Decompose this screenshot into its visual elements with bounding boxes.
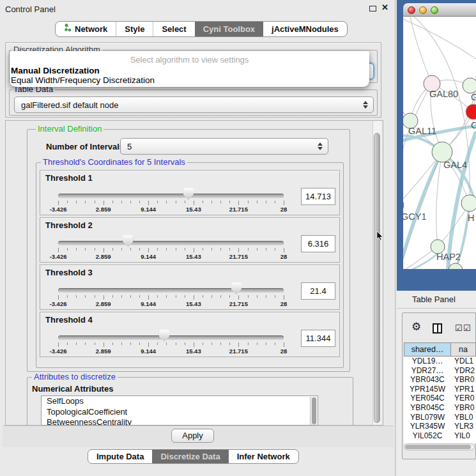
table-horizontal-scrollbar-track[interactable] (404, 443, 475, 450)
checkbox-icon[interactable]: ☑ (463, 323, 471, 333)
table-header-row: shared… na (404, 342, 476, 357)
table-cell[interactable]: YBR045C (404, 403, 451, 413)
tick-mark (257, 248, 257, 250)
table-horizontal-scrollbar-thumb[interactable] (405, 445, 471, 449)
attribute-item[interactable]: TopologicalCoefficient (42, 407, 318, 418)
tick-mark (85, 248, 86, 250)
threshold-3-value-field[interactable]: 21.4 (301, 282, 335, 300)
numerical-attributes-list[interactable]: SelfLoopsTopologicalCoefficientBetweenne… (41, 395, 318, 426)
tick-label: 9.144 (141, 348, 156, 355)
tick-label: -3.426 (50, 206, 67, 213)
gear-icon[interactable]: ⚙ (411, 321, 421, 332)
table-cell[interactable]: YDL1 (451, 357, 476, 366)
tick-mark (157, 201, 158, 203)
threshold-4-slider-handle[interactable] (159, 330, 169, 342)
interval-definition-title: Interval Definition (36, 125, 104, 134)
table-cell[interactable]: YLR3 (451, 422, 476, 431)
network-canvas[interactable]: GAL80GACGAL11GAL4GCY1HHAP2 (403, 17, 476, 269)
attribute-item[interactable]: SelfLoops (42, 396, 318, 407)
threshold-4-slider-track[interactable] (58, 335, 284, 340)
table-cell[interactable]: YDR27… (404, 366, 451, 376)
tab-impute-data[interactable]: Impute Data (88, 450, 152, 463)
threshold-2-slider-handle[interactable] (123, 235, 133, 247)
attribute-item[interactable]: BetweennessCentrality (42, 417, 318, 426)
table-row[interactable]: YDL19…YDL1 (404, 357, 476, 366)
attributes-scrollbar-thumb[interactable] (312, 397, 316, 424)
network-node[interactable] (461, 195, 476, 211)
tick-label: 9.144 (141, 253, 156, 260)
threshold-1-slider-handle[interactable] (183, 188, 194, 200)
table-row[interactable]: YBL079WYBL0 (404, 413, 476, 422)
tick-mark (130, 295, 131, 298)
columns-icon[interactable] (433, 323, 442, 334)
tab-network[interactable]: Network (56, 22, 116, 36)
threshold-4-value-field[interactable]: 11.344 (301, 330, 335, 347)
table-row[interactable]: YPR145WYPR1 (404, 385, 476, 394)
tick-label: 15.43 (186, 253, 201, 260)
threshold-3-slider-track[interactable] (58, 288, 284, 293)
minimize-traffic-light-icon[interactable] (419, 6, 427, 14)
threshold-3-slider-handle[interactable] (231, 282, 242, 295)
checkbox-icon[interactable]: ☑ (455, 323, 463, 333)
table-cell[interactable]: YBR0 (451, 403, 476, 413)
table-cell[interactable]: YER054C (404, 394, 451, 403)
table-cell[interactable]: YDL19… (404, 357, 451, 366)
table-cell[interactable]: YIL0 (451, 431, 476, 441)
threshold-1-slider-track[interactable] (58, 194, 284, 198)
table-cell[interactable]: YBR043C (404, 375, 451, 385)
tab-jactivemnodules[interactable]: jActiveMNodules (263, 22, 347, 36)
table-row[interactable]: YER054CYER0 (404, 394, 476, 403)
number-of-intervals-combobox[interactable]: 5 (120, 138, 328, 155)
float-window-icon[interactable] (369, 6, 376, 12)
table-cell[interactable]: YPR1 (451, 385, 476, 394)
table-row[interactable]: YDR27…YDR2 (404, 366, 476, 376)
attributes-scrollbar-track[interactable] (310, 397, 317, 426)
zoom-traffic-light-icon[interactable] (431, 6, 438, 14)
network-node[interactable] (403, 199, 404, 211)
table-cell[interactable]: YBR0 (451, 375, 476, 385)
tick-label: 9.144 (141, 206, 156, 213)
vertical-scrollbar-thumb[interactable] (374, 133, 380, 423)
table-cell[interactable]: YER0 (451, 394, 476, 403)
tab-infer-network[interactable]: Infer Network (229, 450, 298, 463)
table-cell[interactable]: YDR2 (451, 366, 476, 376)
slider-tick-labels: -3.4262.8599.14415.4321.71528 (58, 300, 284, 308)
tab-discretize-data[interactable]: Discretize Data (152, 450, 228, 463)
table-cell[interactable]: YLR345W (404, 422, 451, 431)
attributes-title: Attributes to discretize (32, 372, 118, 381)
tab-style[interactable]: Style (116, 22, 153, 36)
column-header-shared-name[interactable]: shared… (404, 342, 451, 357)
tick-mark (148, 248, 149, 252)
apply-button[interactable]: Apply (171, 429, 214, 443)
tick-mark (266, 342, 266, 345)
table-cell[interactable]: YBL0 (451, 413, 476, 422)
threshold-1-value-field[interactable]: 14.713 (301, 188, 335, 205)
table-row[interactable]: YIL052CYIL0 (404, 431, 476, 441)
table-row[interactable]: YBR043CYBR0 (404, 375, 476, 385)
table-row[interactable]: YBR045CYBR0 (404, 403, 476, 413)
combo-stepper-icon[interactable] (363, 100, 369, 109)
tick-mark (58, 248, 59, 252)
tab-select[interactable]: Select (153, 22, 194, 36)
tick-mark (95, 295, 95, 298)
close-traffic-light-icon[interactable] (408, 6, 415, 14)
popup-option-manual-discretization[interactable]: Manual Discretization (11, 66, 360, 75)
network-node[interactable] (449, 263, 463, 269)
combo-stepper-icon[interactable] (318, 142, 323, 151)
thresholds-title: Threshold's Coordinates for 5 Intervals (41, 158, 187, 167)
close-icon[interactable]: ✕ (381, 3, 388, 12)
control-panel-window: Control Panel ✕ Network Style Select Cyn… (0, 0, 395, 476)
network-node[interactable] (463, 78, 476, 93)
tick-mark (203, 342, 203, 345)
column-header-name[interactable]: na (451, 342, 476, 357)
table-cell[interactable]: YBL079W (404, 413, 451, 422)
threshold-2-slider-track[interactable] (58, 241, 284, 245)
table-cell[interactable]: YIL052C (404, 431, 451, 441)
tab-cyni-toolbox[interactable]: Cyni Toolbox (195, 22, 263, 36)
threshold-2-value-field[interactable]: 6.316 (301, 235, 335, 252)
table-cell[interactable]: YPR145W (404, 385, 451, 394)
popup-option-equal-width-frequency[interactable]: Equal Width/Frequency Discretization (11, 75, 360, 85)
tick-mark (229, 295, 230, 298)
table-row[interactable]: YLR345WYLR3 (404, 422, 476, 431)
table-data-combobox[interactable]: galFiltered.sif default node (14, 96, 374, 113)
